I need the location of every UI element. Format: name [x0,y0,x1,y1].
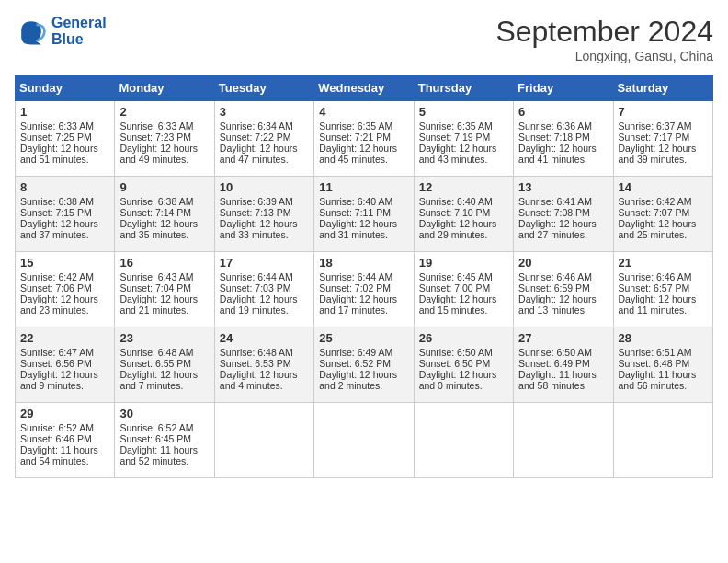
daylight: Daylight: 12 hours and 51 minutes. [20,143,98,165]
sunset: Sunset: 7:14 PM [119,207,191,218]
daylight: Daylight: 12 hours and 9 minutes. [20,369,98,391]
sunrise: Sunrise: 6:33 AM [119,121,193,132]
day-number: 6 [518,105,608,119]
calendar-row-1: 8Sunrise: 6:38 AMSunset: 7:15 PMDaylight… [16,177,713,252]
daylight: Daylight: 12 hours and 2 minutes. [319,369,397,391]
calendar-cell: 1Sunrise: 6:33 AMSunset: 7:25 PMDaylight… [16,101,115,177]
sunrise: Sunrise: 6:40 AM [319,196,392,207]
sunrise: Sunrise: 6:42 AM [619,196,692,207]
sunset: Sunset: 6:49 PM [518,358,590,369]
sunset: Sunset: 7:17 PM [619,132,690,143]
day-number: 22 [20,331,109,345]
logo-text: General Blue [51,15,107,48]
sunset: Sunset: 7:21 PM [319,132,391,143]
sunrise: Sunrise: 6:40 AM [419,196,493,207]
sunset: Sunset: 6:46 PM [20,433,92,444]
daylight: Daylight: 11 hours and 56 minutes. [619,369,697,391]
sunrise: Sunrise: 6:37 AM [619,121,692,132]
calendar-cell: 20Sunrise: 6:46 AMSunset: 6:59 PMDayligh… [514,252,613,327]
col-wednesday: Wednesday [314,75,414,101]
sunrise: Sunrise: 6:52 AM [119,422,193,433]
sunset: Sunset: 7:13 PM [220,207,291,218]
daylight: Daylight: 12 hours and 17 minutes. [319,293,397,316]
calendar-cell [414,403,513,478]
sunrise: Sunrise: 6:35 AM [419,121,493,132]
day-number: 18 [319,256,408,270]
daylight: Daylight: 12 hours and 43 minutes. [419,143,497,165]
day-number: 20 [518,256,608,270]
sunrise: Sunrise: 6:50 AM [419,347,493,358]
sunset: Sunset: 6:56 PM [20,358,92,369]
calendar-cell: 6Sunrise: 6:36 AMSunset: 7:18 PMDaylight… [514,101,613,177]
daylight: Daylight: 12 hours and 7 minutes. [119,369,198,391]
day-number: 10 [220,180,309,194]
calendar-cell: 17Sunrise: 6:44 AMSunset: 7:03 PMDayligh… [214,252,313,327]
sunset: Sunset: 6:48 PM [619,358,690,369]
day-number: 23 [119,331,209,345]
calendar-cell: 30Sunrise: 6:52 AMSunset: 6:45 PMDayligh… [115,403,214,478]
sunrise: Sunrise: 6:46 AM [619,271,692,282]
day-number: 7 [619,105,708,119]
sunrise: Sunrise: 6:49 AM [319,347,392,358]
calendar-cell: 13Sunrise: 6:41 AMSunset: 7:08 PMDayligh… [514,177,613,252]
calendar-cell: 3Sunrise: 6:34 AMSunset: 7:22 PMDaylight… [214,101,313,177]
sunrise: Sunrise: 6:47 AM [20,347,94,358]
calendar-cell: 9Sunrise: 6:38 AMSunset: 7:14 PMDaylight… [115,177,214,252]
sunset: Sunset: 7:10 PM [419,207,491,218]
location: Longxing, Gansu, China [495,49,713,63]
calendar-cell: 19Sunrise: 6:45 AMSunset: 7:00 PMDayligh… [414,252,513,327]
sunrise: Sunrise: 6:35 AM [319,121,392,132]
col-sunday: Sunday [16,75,115,101]
daylight: Daylight: 12 hours and 45 minutes. [319,143,397,165]
sunset: Sunset: 7:18 PM [518,132,590,143]
day-number: 14 [619,180,708,194]
daylight: Daylight: 12 hours and 15 minutes. [419,293,497,316]
sunrise: Sunrise: 6:33 AM [20,121,94,132]
sunset: Sunset: 7:06 PM [20,282,92,293]
calendar-cell: 29Sunrise: 6:52 AMSunset: 6:46 PMDayligh… [16,403,115,478]
calendar-cell: 28Sunrise: 6:51 AMSunset: 6:48 PMDayligh… [613,327,712,403]
daylight: Daylight: 12 hours and 11 minutes. [619,293,697,316]
header-row: Sunday Monday Tuesday Wednesday Thursday… [16,75,713,101]
calendar-cell [613,403,712,478]
day-number: 13 [518,180,608,194]
daylight: Daylight: 11 hours and 58 minutes. [518,369,597,391]
sunset: Sunset: 7:00 PM [419,282,491,293]
day-number: 1 [20,105,109,119]
sunset: Sunset: 7:23 PM [119,132,191,143]
day-number: 25 [319,331,408,345]
daylight: Daylight: 12 hours and 41 minutes. [518,143,597,165]
sunrise: Sunrise: 6:44 AM [319,271,392,282]
calendar-cell: 16Sunrise: 6:43 AMSunset: 7:04 PMDayligh… [115,252,214,327]
daylight: Daylight: 12 hours and 0 minutes. [419,369,497,391]
daylight: Daylight: 11 hours and 54 minutes. [20,444,98,466]
col-thursday: Thursday [414,75,513,101]
day-number: 30 [119,407,209,420]
daylight: Daylight: 11 hours and 52 minutes. [119,444,198,466]
sunset: Sunset: 7:22 PM [220,132,291,143]
calendar-cell: 7Sunrise: 6:37 AMSunset: 7:17 PMDaylight… [613,101,712,177]
sunset: Sunset: 7:04 PM [119,282,191,293]
calendar-cell: 4Sunrise: 6:35 AMSunset: 7:21 PMDaylight… [314,101,414,177]
day-number: 17 [220,256,309,270]
calendar-row-0: 1Sunrise: 6:33 AMSunset: 7:25 PMDaylight… [16,101,713,177]
calendar-cell: 8Sunrise: 6:38 AMSunset: 7:15 PMDaylight… [16,177,115,252]
daylight: Daylight: 12 hours and 25 minutes. [619,218,697,240]
sunset: Sunset: 6:45 PM [119,433,191,444]
month-title: September 2024 [495,15,713,49]
col-saturday: Saturday [613,75,712,101]
calendar-cell [314,403,414,478]
sunset: Sunset: 7:19 PM [419,132,491,143]
calendar-cell: 27Sunrise: 6:50 AMSunset: 6:49 PMDayligh… [514,327,613,403]
day-number: 3 [220,105,309,119]
calendar-cell [214,403,313,478]
day-number: 5 [419,105,508,119]
calendar-cell: 15Sunrise: 6:42 AMSunset: 7:06 PMDayligh… [16,252,115,327]
day-number: 12 [419,180,508,194]
calendar-cell: 18Sunrise: 6:44 AMSunset: 7:02 PMDayligh… [314,252,414,327]
calendar-cell: 25Sunrise: 6:49 AMSunset: 6:52 PMDayligh… [314,327,414,403]
col-tuesday: Tuesday [214,75,313,101]
sunrise: Sunrise: 6:46 AM [518,271,592,282]
sunset: Sunset: 7:11 PM [319,207,391,218]
day-number: 2 [119,105,209,119]
